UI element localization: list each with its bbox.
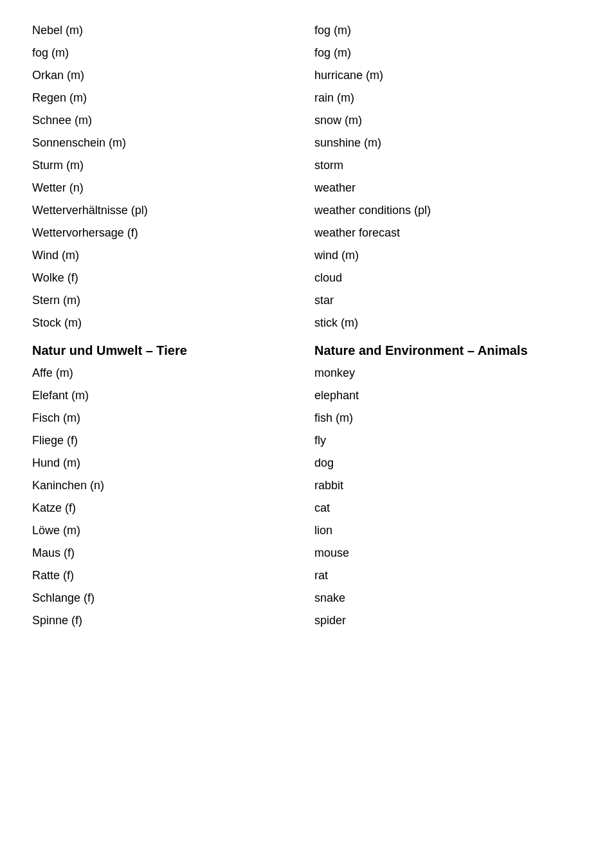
german-word: Wetter (n) xyxy=(32,177,308,199)
german-word: Stock (m) xyxy=(32,312,308,334)
english-word: star xyxy=(308,289,584,312)
table-row: Sonnenschein (m)sunshine (m) xyxy=(32,132,584,154)
german-word: Schnee (m) xyxy=(32,109,308,132)
english-word: spider xyxy=(308,609,584,632)
english-word: elephant xyxy=(308,384,584,407)
english-word: rat xyxy=(308,564,584,587)
german-word: Löwe (m) xyxy=(32,519,308,542)
german-word: Stern (m) xyxy=(32,289,308,312)
table-row: Sturm (m)storm xyxy=(32,154,584,177)
section-header-row: Natur und Umwelt – TiereNature and Envir… xyxy=(32,334,584,362)
table-row: Katze (f)cat xyxy=(32,497,584,519)
german-word: Nebel (m) xyxy=(32,19,308,42)
english-word: fish (m) xyxy=(308,407,584,429)
english-word: fly xyxy=(308,429,584,452)
english-word: snake xyxy=(308,587,584,609)
english-word: rabbit xyxy=(308,474,584,497)
german-word: fog (m) xyxy=(32,42,308,64)
table-row: Schnee (m)snow (m) xyxy=(32,109,584,132)
table-row: Elefant (m)elephant xyxy=(32,384,584,407)
table-row: fog (m)fog (m) xyxy=(32,42,584,64)
german-word: Orkan (m) xyxy=(32,64,308,87)
table-row: Nebel (m)fog (m) xyxy=(32,19,584,42)
german-word: Spinne (f) xyxy=(32,609,308,632)
table-row: Wolke (f)cloud xyxy=(32,267,584,289)
english-word: weather forecast xyxy=(308,222,584,244)
table-row: Ratte (f)rat xyxy=(32,564,584,587)
english-word: cloud xyxy=(308,267,584,289)
german-word: Schlange (f) xyxy=(32,587,308,609)
table-row: Kaninchen (n)rabbit xyxy=(32,474,584,497)
table-row: Löwe (m)lion xyxy=(32,519,584,542)
english-word: snow (m) xyxy=(308,109,584,132)
german-word: Sturm (m) xyxy=(32,154,308,177)
english-word: wind (m) xyxy=(308,244,584,267)
german-word: Sonnenschein (m) xyxy=(32,132,308,154)
section-header-german: Natur und Umwelt – Tiere xyxy=(32,334,308,362)
german-word: Katze (f) xyxy=(32,497,308,519)
english-word: stick (m) xyxy=(308,312,584,334)
section-header-english: Nature and Environment – Animals xyxy=(308,334,584,362)
table-row: Fliege (f)fly xyxy=(32,429,584,452)
table-row: Stern (m)star xyxy=(32,289,584,312)
german-word: Ratte (f) xyxy=(32,564,308,587)
table-row: Wetter (n)weather xyxy=(32,177,584,199)
table-row: Wettervorhersage (f)weather forecast xyxy=(32,222,584,244)
english-word: fog (m) xyxy=(308,19,584,42)
table-row: Regen (m)rain (m) xyxy=(32,87,584,109)
english-word: fog (m) xyxy=(308,42,584,64)
english-word: weather conditions (pl) xyxy=(308,199,584,222)
german-word: Wind (m) xyxy=(32,244,308,267)
table-row: Affe (m)monkey xyxy=(32,362,584,384)
vocabulary-table: Nebel (m)fog (m)fog (m)fog (m)Orkan (m)h… xyxy=(32,19,584,632)
table-row: Spinne (f)spider xyxy=(32,609,584,632)
german-word: Fliege (f) xyxy=(32,429,308,452)
english-word: weather xyxy=(308,177,584,199)
table-row: Orkan (m)hurricane (m) xyxy=(32,64,584,87)
german-word: Regen (m) xyxy=(32,87,308,109)
english-word: hurricane (m) xyxy=(308,64,584,87)
english-word: lion xyxy=(308,519,584,542)
english-word: mouse xyxy=(308,542,584,564)
english-word: rain (m) xyxy=(308,87,584,109)
german-word: Affe (m) xyxy=(32,362,308,384)
english-word: dog xyxy=(308,452,584,474)
german-word: Wettervorhersage (f) xyxy=(32,222,308,244)
table-row: Schlange (f)snake xyxy=(32,587,584,609)
german-word: Wolke (f) xyxy=(32,267,308,289)
english-word: cat xyxy=(308,497,584,519)
english-word: sunshine (m) xyxy=(308,132,584,154)
german-word: Wetterverhältnisse (pl) xyxy=(32,199,308,222)
german-word: Elefant (m) xyxy=(32,384,308,407)
table-row: Fisch (m)fish (m) xyxy=(32,407,584,429)
german-word: Maus (f) xyxy=(32,542,308,564)
table-row: Wetterverhältnisse (pl)weather condition… xyxy=(32,199,584,222)
table-row: Maus (f)mouse xyxy=(32,542,584,564)
german-word: Hund (m) xyxy=(32,452,308,474)
table-row: Hund (m)dog xyxy=(32,452,584,474)
english-word: storm xyxy=(308,154,584,177)
table-row: Wind (m)wind (m) xyxy=(32,244,584,267)
german-word: Fisch (m) xyxy=(32,407,308,429)
english-word: monkey xyxy=(308,362,584,384)
german-word: Kaninchen (n) xyxy=(32,474,308,497)
table-row: Stock (m)stick (m) xyxy=(32,312,584,334)
